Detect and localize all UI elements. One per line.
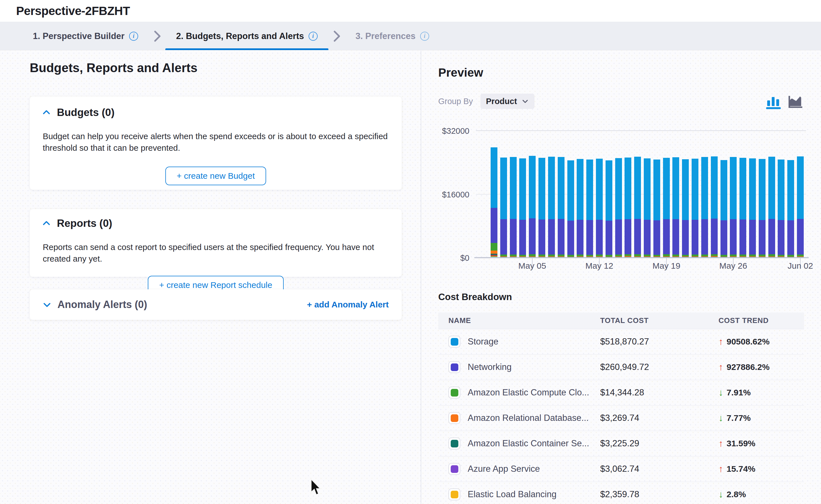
chart-bar[interactable] [711,156,718,258]
bar-segment [586,220,593,255]
area-chart-icon[interactable] [788,94,803,109]
chevron-down-icon[interactable] [43,300,51,309]
table-row: Networking$260,949.72↑927886.2% [438,354,804,380]
table-row: Amazon Relational Database...$3,269.74↓7… [438,405,804,431]
bar-segment [625,219,631,254]
bar-segment [711,219,718,254]
chart-bar[interactable] [519,158,526,258]
bar-segment [778,220,785,255]
table-row: Azure App Service$3,062.74↑15.74% [438,456,804,482]
bar-segment [577,220,583,255]
reports-title[interactable]: Reports (0) [57,217,112,229]
table-row: Amazon Elastic Container Se...$3,225.29↑… [438,431,804,456]
bar-segment [730,219,737,255]
perspective-builder-page: { "header": { "title": "Perspective-2FBZ… [0,0,821,504]
legend-swatch [448,488,460,500]
group-by-select[interactable]: Product [480,94,535,109]
bar-chart-icon[interactable] [766,94,781,109]
bar-segment [577,159,583,220]
cost-trend-value: 7.77% [727,413,751,423]
chart-bar[interactable] [491,147,497,258]
bar-segment [701,219,708,255]
chart-bar[interactable] [644,158,651,258]
bar-segment [701,157,708,219]
cost-trend-value: 7.91% [727,388,751,397]
bar-segment [500,158,507,219]
chart-bar[interactable] [605,160,612,258]
cost-trend-value: 15.74% [727,464,756,474]
chart-bar[interactable] [721,160,727,258]
bar-segment [672,157,679,219]
group-by-row: Group By Product [438,94,534,109]
chart-bar[interactable] [538,158,545,258]
chart-bar[interactable] [529,156,536,258]
total-cost-value: $260,949.72 [590,354,708,380]
chart-bar[interactable] [577,159,583,258]
bar-segment [740,158,746,219]
chevron-up-icon[interactable] [42,219,51,228]
active-tab-underline [165,48,328,50]
cost-trend-value: 2.8% [727,490,746,499]
bar-segment [711,254,718,256]
bar-segment [634,254,641,256]
tab-preferences[interactable]: 3. Preferences i [345,22,440,50]
reports-card: Reports (0) Reports can send a cost repo… [30,209,402,277]
chart-bar[interactable] [740,158,746,258]
bar-segment [558,219,564,255]
chart-bar[interactable] [787,160,794,258]
chart-bar[interactable] [797,156,804,258]
bar-segment [625,158,631,219]
y-axis-label-16000: $16000 [429,190,469,199]
info-icon[interactable]: i [129,32,138,41]
info-icon[interactable]: i [309,32,318,41]
chart-bar[interactable] [596,159,603,258]
chart-bar[interactable] [654,160,660,258]
chart-bar[interactable] [759,159,766,258]
chart-bar[interactable] [586,160,593,258]
chart-bar[interactable] [778,160,785,258]
chart-bar[interactable] [672,157,679,258]
product-name: Amazon Elastic Container Se... [468,438,589,449]
chart-bar[interactable] [567,160,574,258]
cost-trend-value: 31.59% [727,439,756,448]
chart-bar[interactable] [768,157,775,258]
chevron-up-icon[interactable] [42,108,51,117]
x-axis-label: May 19 [653,261,680,271]
chevron-right-icon [149,22,165,50]
bar-segment [605,221,612,255]
chart-bar[interactable] [625,158,631,258]
chart-bar[interactable] [663,158,670,258]
bar-segment [529,254,536,256]
bar-segment [615,219,622,254]
chart-bar[interactable] [634,157,641,258]
tab-budgets-reports-alerts[interactable]: 2. Budgets, Reports and Alerts i [165,22,328,50]
chart-bar[interactable] [615,158,622,258]
info-icon[interactable]: i [420,32,429,41]
chart-bar[interactable] [701,157,708,258]
total-cost-value: $3,269.74 [590,405,708,431]
group-by-value: Product [486,97,517,106]
wizard-tab-bar: 1. Perspective Builder i 2. Budgets, Rep… [0,22,821,50]
bar-segment [759,159,766,220]
chart-bar[interactable] [500,158,507,258]
bar-segment [721,160,727,220]
tab-perspective-builder[interactable]: 1. Perspective Builder i [22,22,149,50]
add-anomaly-alert-link[interactable]: + add Anomaly Alert [307,300,389,309]
cost-trend-value: 90508.62% [727,337,770,346]
chart-bar[interactable] [510,157,517,258]
budgets-description: Budget can help you receive alerts when … [43,130,389,154]
table-row: Storage$518,870.27↑90508.62% [438,329,804,354]
chart-bar[interactable] [558,157,564,258]
chart-bar[interactable] [730,157,737,258]
create-budget-button[interactable]: + create new Budget [165,167,266,185]
anomaly-alerts-title[interactable]: Anomaly Alerts (0) [57,299,147,311]
chart-bar[interactable] [682,159,689,258]
bar-segment [558,157,564,219]
chart-bar[interactable] [692,159,699,258]
bar-segment [672,219,679,255]
chart-bar[interactable] [749,158,756,258]
table-header-row: NAME TOTAL COST COST TREND [438,313,804,329]
chart-bar[interactable] [548,157,555,258]
budgets-title[interactable]: Budgets (0) [57,107,115,119]
y-axis-label-32000: $32000 [429,126,469,136]
